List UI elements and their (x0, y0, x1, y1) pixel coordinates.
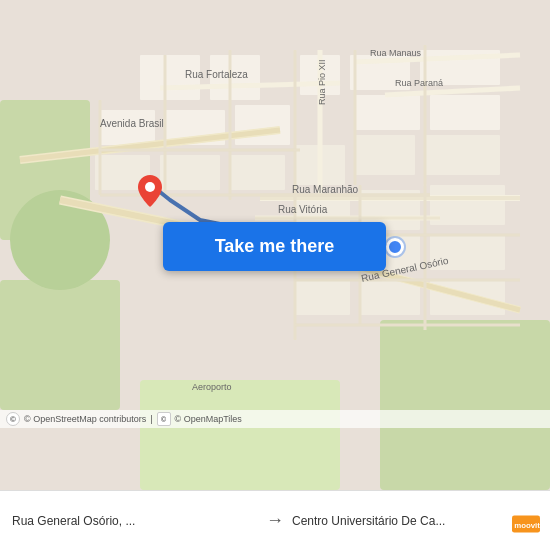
svg-text:Aeroporto: Aeroporto (192, 382, 232, 392)
osm-text: © OpenStreetMap contributors (24, 414, 146, 424)
svg-text:Rua Fortaleza: Rua Fortaleza (185, 69, 248, 80)
arrow-icon: → (266, 510, 284, 531)
moovit-logo-svg: moovit (512, 510, 540, 538)
separator: | (150, 414, 152, 424)
svg-rect-4 (140, 380, 340, 490)
map-attribution: © © OpenStreetMap contributors | © © Ope… (0, 410, 550, 428)
svg-rect-30 (295, 280, 350, 315)
svg-text:Rua Manaus: Rua Manaus (370, 48, 422, 58)
omt-text: © OpenMapTiles (175, 414, 242, 424)
svg-text:Rua Paraná: Rua Paraná (395, 78, 443, 88)
take-me-there-button[interactable]: Take me there (163, 222, 386, 271)
omt-logo: © (157, 412, 171, 426)
svg-rect-24 (430, 185, 505, 225)
svg-text:Rua Vitória: Rua Vitória (278, 204, 328, 215)
svg-rect-14 (430, 95, 500, 130)
svg-text:Avenida Brasil: Avenida Brasil (100, 118, 164, 129)
map-container: Rua Fortaleza Avenida Brasil Rua Pio XII… (0, 0, 550, 490)
svg-text:Rua Pio XII: Rua Pio XII (317, 59, 327, 105)
svg-rect-18 (230, 155, 285, 190)
svg-rect-21 (425, 135, 500, 175)
moovit-logo: moovit (512, 510, 540, 538)
to-location: Centro Universitário De Ca... (292, 514, 538, 528)
svg-text:Rua Maranhão: Rua Maranhão (292, 184, 359, 195)
from-location: Rua General Osório, ... (12, 514, 258, 528)
svg-point-69 (145, 182, 155, 192)
svg-rect-2 (0, 280, 120, 410)
button-label: Take me there (215, 236, 335, 257)
svg-rect-15 (355, 95, 420, 130)
svg-rect-17 (160, 155, 220, 190)
destination-marker (138, 175, 162, 207)
osm-logo: © (6, 412, 20, 426)
svg-rect-10 (235, 105, 290, 145)
origin-marker (386, 238, 404, 256)
bottom-bar: Rua General Osório, ... → Centro Univers… (0, 490, 550, 550)
svg-text:moovit: moovit (514, 521, 540, 530)
svg-rect-20 (355, 135, 415, 175)
svg-rect-29 (360, 280, 420, 315)
svg-rect-3 (380, 320, 550, 490)
